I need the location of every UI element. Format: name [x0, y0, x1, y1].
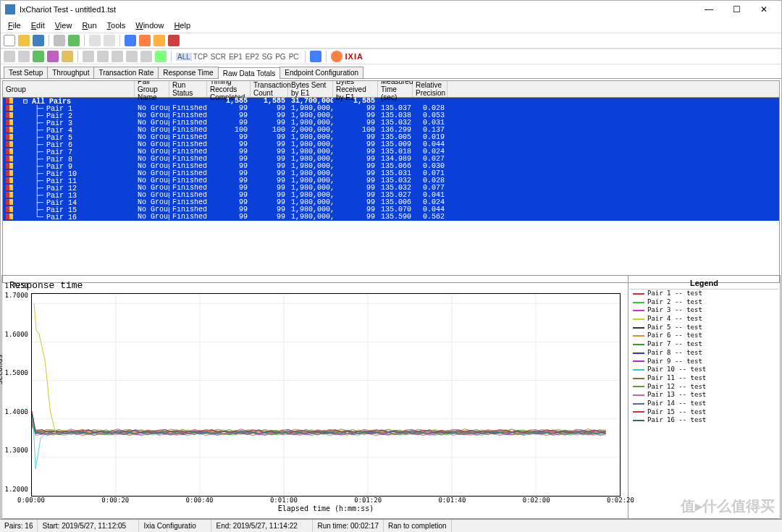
y-tick: 1.3000 — [4, 447, 28, 454]
close-button[interactable]: ✕ — [751, 2, 777, 17]
table-row[interactable]: └─Pair 16No GroupFinished99991,980,000,0… — [3, 214, 779, 221]
filter-pg[interactable]: PG — [274, 53, 287, 61]
filter-tcp[interactable]: TCP — [192, 53, 209, 61]
tab-response-time[interactable]: Response Time — [158, 67, 218, 78]
tool-j-icon[interactable] — [140, 51, 152, 62]
legend-item[interactable]: Pair 16 -- test — [630, 416, 778, 425]
stop-icon[interactable] — [139, 35, 151, 46]
table-row[interactable]: ├─Pair 5No GroupFinished99991,980,000,00… — [3, 134, 779, 141]
table-row[interactable]: ├─Pair 7No GroupFinished99991,980,000,00… — [3, 148, 779, 156]
legend-item[interactable]: Pair 8 -- test — [630, 349, 778, 358]
menu-tools[interactable]: Tools — [103, 20, 130, 31]
table-row[interactable]: ├─Pair 4No GroupFinished1001002,000,000,… — [3, 127, 779, 134]
tool-f-icon[interactable] — [83, 51, 94, 62]
table-row[interactable]: ├─Pair 6No GroupFinished99991,980,000,00… — [3, 141, 779, 148]
legend-item[interactable]: Pair 7 -- test — [630, 340, 778, 349]
col-header[interactable]: TransactionCount — [251, 81, 288, 97]
legend-item[interactable]: Pair 4 -- test — [630, 315, 778, 324]
maximize-button[interactable]: ☐ — [723, 2, 749, 17]
menu-window[interactable]: Window — [131, 20, 168, 31]
table-row[interactable]: ⊟ All Pairs1,5851,58531,700,000,0001,585 — [3, 98, 779, 105]
abort-icon[interactable] — [168, 35, 180, 46]
chart-panel: Response time Seconds 1.20001.30001.4000… — [1, 275, 781, 519]
tool-c-icon[interactable] — [33, 51, 44, 62]
table-body[interactable]: ⊟ All Pairs1,5851,58531,700,000,0001,585… — [3, 98, 779, 221]
tool-h-icon[interactable] — [112, 51, 123, 62]
tab-transaction-rate[interactable]: Transaction Rate — [93, 67, 159, 78]
pause-icon[interactable] — [154, 35, 165, 46]
filter-ep2[interactable]: EP2 — [244, 53, 261, 61]
legend-item[interactable]: Pair 6 -- test — [630, 332, 778, 340]
col-header[interactable]: Pair GroupName — [135, 81, 169, 97]
tool-g-icon[interactable] — [97, 51, 109, 62]
table-row[interactable]: ├─Pair 12No GroupFinished99991,980,000,0… — [3, 185, 779, 192]
tool-d-icon[interactable] — [47, 51, 59, 62]
col-header[interactable]: Bytes Sentby E1 — [288, 81, 333, 97]
save-icon[interactable] — [33, 35, 44, 46]
table-row[interactable]: ├─Pair 1No GroupFinished99991,980,000,00… — [3, 105, 779, 112]
legend-item[interactable]: Pair 13 -- test — [630, 391, 778, 400]
run-icon[interactable] — [125, 35, 136, 46]
new-icon[interactable] — [4, 35, 15, 46]
tab-raw-data-totals[interactable]: Raw Data Totals — [218, 67, 281, 79]
ixia-logo-icon — [331, 51, 342, 62]
table-row[interactable]: ├─Pair 2No GroupFinished99991,980,000,00… — [3, 112, 779, 119]
plot-area[interactable] — [31, 293, 621, 497]
menu-view[interactable]: View — [51, 20, 77, 31]
col-header[interactable]: RelativePrecision — [413, 81, 447, 97]
refresh-icon[interactable] — [310, 51, 321, 62]
tab-endpoint-configuration[interactable]: Endpoint Configuration — [279, 67, 363, 78]
menu-help[interactable]: Help — [169, 20, 195, 31]
chart-main: Response time Seconds 1.20001.30001.4000… — [2, 276, 628, 518]
copy-icon[interactable] — [89, 35, 101, 46]
tool-i-icon[interactable] — [126, 51, 138, 62]
legend-item[interactable]: Pair 12 -- test — [630, 383, 778, 392]
menu-edit[interactable]: Edit — [27, 20, 49, 31]
legend-item[interactable]: Pair 14 -- test — [630, 400, 778, 408]
table-row[interactable]: ├─Pair 13No GroupFinished99991,980,000,0… — [3, 192, 779, 199]
table-row[interactable]: ├─Pair 14No GroupFinished99991,980,000,0… — [3, 199, 779, 206]
window-titlebar: IxChariot Test - untitled1.tst — ☐ ✕ — [1, 1, 781, 18]
menu-file[interactable]: File — [4, 20, 25, 31]
table-row[interactable]: ├─Pair 9No GroupFinished99991,980,000,00… — [3, 163, 779, 170]
col-header[interactable]: Run Status — [169, 81, 207, 97]
tab-test-setup[interactable]: Test Setup — [4, 67, 48, 78]
window-title: IxChariot Test - untitled1.tst — [20, 5, 696, 14]
table-row[interactable]: ├─Pair 11No GroupFinished99991,980,000,0… — [3, 177, 779, 185]
legend-item[interactable]: Pair 15 -- test — [630, 408, 778, 417]
filter-all[interactable]: ALL — [176, 53, 192, 61]
y-axis: Seconds 1.20001.30001.40001.50001.60001.… — [2, 293, 30, 497]
tool-e-icon[interactable] — [62, 51, 73, 62]
col-header[interactable]: Group — [3, 81, 135, 97]
export-icon[interactable] — [68, 35, 80, 46]
filter-sg[interactable]: SG — [261, 53, 274, 61]
filter-ep1[interactable]: EP1 — [227, 53, 244, 61]
col-header[interactable]: MeasuredTime (sec) — [378, 81, 413, 97]
table-row[interactable]: ├─Pair 10No GroupFinished99991,980,000,0… — [3, 170, 779, 177]
legend-item[interactable]: Pair 9 -- test — [630, 358, 778, 366]
tab-throughput[interactable]: Throughput — [47, 67, 94, 78]
filter-pc[interactable]: PC — [287, 53, 300, 61]
legend-item[interactable]: Pair 11 -- test — [630, 374, 778, 383]
status-status: Ran to completion — [384, 520, 452, 532]
legend-item[interactable]: Pair 10 -- test — [630, 366, 778, 374]
open-icon[interactable] — [18, 35, 30, 46]
print-icon[interactable] — [54, 35, 65, 46]
tool-a-icon[interactable] — [4, 51, 15, 62]
tool-b-icon[interactable] — [18, 51, 30, 62]
menu-run[interactable]: Run — [77, 20, 101, 31]
col-header[interactable]: Bytes Receivedby E1 — [333, 81, 378, 97]
table-row[interactable]: ├─Pair 3No GroupFinished99991,980,000,00… — [3, 119, 779, 127]
legend-item[interactable]: Pair 2 -- test — [630, 298, 778, 307]
y-tick: 1.7250 — [4, 282, 28, 290]
legend-item[interactable]: Pair 5 -- test — [630, 324, 778, 332]
paste-icon[interactable] — [104, 35, 115, 46]
col-header[interactable]: Timing RecordsCompleted — [207, 81, 251, 97]
legend-item[interactable]: Pair 3 -- test — [630, 306, 778, 315]
filter-scr[interactable]: SCR — [209, 53, 227, 61]
table-row[interactable]: ├─Pair 8No GroupFinished99991,980,000,00… — [3, 156, 779, 163]
table-row[interactable]: ├─Pair 15No GroupFinished99991,980,000,0… — [3, 206, 779, 214]
legend-item[interactable]: Pair 1 -- test — [630, 290, 778, 298]
minimize-button[interactable]: — — [696, 2, 722, 17]
tool-k-icon[interactable] — [155, 51, 167, 62]
